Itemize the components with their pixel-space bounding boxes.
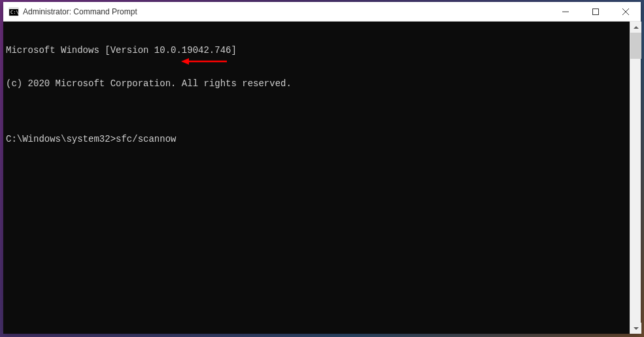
command-prompt-icon: C:\ bbox=[8, 7, 19, 17]
svg-marker-10 bbox=[634, 327, 639, 330]
svg-marker-9 bbox=[634, 26, 639, 29]
close-button[interactable] bbox=[611, 2, 641, 22]
minimize-button[interactable] bbox=[551, 2, 581, 22]
window-title: Administrator: Command Prompt bbox=[23, 7, 551, 16]
content-wrapper: Microsoft Windows [Version 10.0.19042.74… bbox=[3, 22, 641, 334]
maximize-button[interactable] bbox=[581, 2, 611, 22]
titlebar[interactable]: C:\ Administrator: Command Prompt bbox=[3, 2, 641, 22]
terminal-output[interactable]: Microsoft Windows [Version 10.0.19042.74… bbox=[3, 22, 630, 334]
scrollbar-thumb[interactable] bbox=[630, 33, 641, 59]
command-input[interactable]: sfc/scannow bbox=[116, 134, 176, 145]
scroll-up-button[interactable] bbox=[630, 22, 641, 33]
prompt-line: C:\Windows\system32>sfc/scannow bbox=[6, 134, 627, 145]
window-controls bbox=[551, 2, 641, 21]
svg-rect-1 bbox=[9, 8, 18, 9]
terminal-line: (c) 2020 Microsoft Corporation. All righ… bbox=[6, 78, 627, 89]
vertical-scrollbar[interactable] bbox=[630, 22, 641, 334]
prompt-text: C:\Windows\system32> bbox=[6, 134, 116, 145]
command-prompt-window: C:\ Administrator: Command Prompt Micros… bbox=[3, 2, 641, 334]
svg-rect-4 bbox=[593, 9, 599, 15]
terminal-line: Microsoft Windows [Version 10.0.19042.74… bbox=[6, 45, 627, 56]
svg-text:C:\: C:\ bbox=[10, 10, 19, 15]
scroll-down-button[interactable] bbox=[630, 323, 641, 334]
